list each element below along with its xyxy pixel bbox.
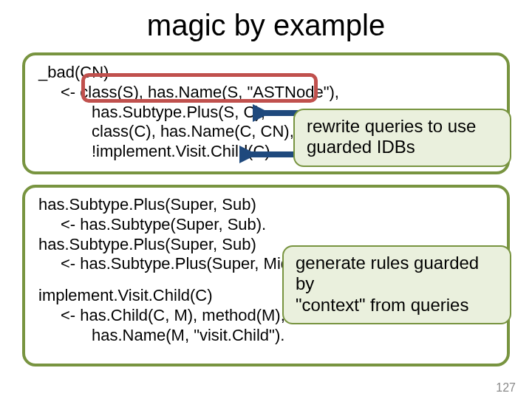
code-line: has.Subtype.Plus(Super, Sub) xyxy=(38,195,494,215)
callout-line: rewrite queries to use xyxy=(307,116,498,137)
callout-line: guarded IDBs xyxy=(307,137,498,157)
callout-generate: generate rules guarded by "context" from… xyxy=(282,245,511,324)
query-panel: _bad(CN) <- class(S), has.Name(S, "ASTNo… xyxy=(22,52,510,174)
arrow-icon xyxy=(239,146,297,163)
rules-panel: has.Subtype.Plus(Super, Sub) <- has.Subt… xyxy=(22,185,510,366)
slide-number: 127 xyxy=(496,381,516,395)
code-line: _bad(CN) xyxy=(38,63,494,83)
callout-line: generate rules guarded by xyxy=(296,253,498,295)
code-line: <- class(S), has.Name(S, "ASTNode"), xyxy=(38,83,494,103)
code-line: <- has.Subtype(Super, Sub). xyxy=(38,215,494,235)
code-line: has.Name(M, "visit.Child"). xyxy=(38,326,494,346)
slide-title: magic by example xyxy=(0,0,532,52)
callout-rewrite: rewrite queries to use guarded IDBs xyxy=(293,109,511,167)
callout-line: "context" from queries xyxy=(296,295,498,316)
